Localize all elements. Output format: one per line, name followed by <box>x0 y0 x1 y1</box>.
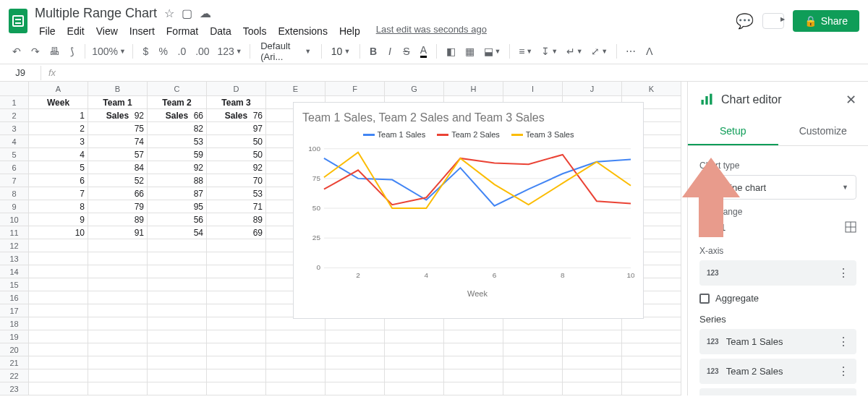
cell[interactable] <box>266 330 326 343</box>
cell[interactable] <box>326 369 385 382</box>
cell[interactable] <box>622 356 681 369</box>
cell[interactable]: 53 <box>207 187 266 200</box>
italic-button[interactable]: I <box>383 43 396 60</box>
cell[interactable]: 89 <box>88 213 148 226</box>
zoom-select[interactable]: 100%▼ <box>90 43 127 60</box>
cell[interactable]: 70 <box>207 174 266 187</box>
data-range-value[interactable]: A1:D1 <box>699 222 726 233</box>
row-header[interactable]: 8 <box>0 187 29 200</box>
fill-color-button[interactable]: ◧ <box>443 43 459 60</box>
cell[interactable] <box>207 278 266 291</box>
cell[interactable]: 95 <box>148 200 207 213</box>
row-header[interactable]: 5 <box>0 148 29 161</box>
cell[interactable] <box>29 291 88 304</box>
cell[interactable] <box>148 265 207 278</box>
cell[interactable]: 56 <box>148 213 207 226</box>
font-select[interactable]: Default (Ari...▼ <box>256 38 315 65</box>
cell[interactable] <box>444 382 503 395</box>
collapse-toolbar-button[interactable]: ᐱ <box>642 43 657 60</box>
cell[interactable] <box>29 265 88 278</box>
cell[interactable]: 53 <box>148 135 207 148</box>
row-header[interactable]: 16 <box>0 291 29 304</box>
column-header[interactable]: C <box>148 82 207 96</box>
row-header[interactable]: 15 <box>0 278 29 291</box>
cell[interactable] <box>148 330 207 343</box>
merge-button[interactable]: ⬓▼ <box>481 43 503 60</box>
close-icon[interactable]: ✕ <box>846 92 856 108</box>
cell[interactable] <box>148 356 207 369</box>
cell[interactable] <box>148 369 207 382</box>
comments-icon[interactable]: 💬 <box>736 12 754 30</box>
cell[interactable] <box>88 239 148 252</box>
cell[interactable] <box>148 304 207 317</box>
cell[interactable] <box>29 369 88 382</box>
cell[interactable]: 59 <box>148 148 207 161</box>
undo-button[interactable]: ↶ <box>9 43 25 60</box>
halign-button[interactable]: ≡▼ <box>516 43 535 60</box>
menu-file[interactable]: File <box>35 24 60 38</box>
cell[interactable]: 92 <box>207 161 266 174</box>
cell[interactable] <box>622 369 681 382</box>
series-pill[interactable]: 123Team 2 Sales⋮ <box>699 359 856 384</box>
number-format-select[interactable]: 123▼ <box>216 43 244 60</box>
cell[interactable] <box>88 330 148 343</box>
cell[interactable] <box>29 356 88 369</box>
cell[interactable]: 3 <box>29 135 88 148</box>
cell[interactable]: 9 <box>29 213 88 226</box>
cell[interactable]: 71 <box>207 200 266 213</box>
cell[interactable]: 75 <box>88 122 148 135</box>
cell[interactable] <box>88 356 148 369</box>
meet-icon[interactable] <box>762 13 784 29</box>
cell[interactable] <box>29 304 88 317</box>
cell[interactable]: 54 <box>148 226 207 239</box>
cell[interactable] <box>385 330 444 343</box>
cell[interactable]: 87 <box>148 187 207 200</box>
cell[interactable]: 52 <box>88 174 148 187</box>
cell[interactable] <box>207 265 266 278</box>
cell[interactable] <box>148 239 207 252</box>
series-pill[interactable]: 123Team 1 Sales⋮ <box>699 329 856 354</box>
cell[interactable] <box>622 317 681 330</box>
cell[interactable] <box>207 291 266 304</box>
row-header[interactable]: 2 <box>0 109 29 122</box>
column-header[interactable]: J <box>563 82 622 96</box>
row-header[interactable]: 7 <box>0 174 29 187</box>
sheets-app-icon[interactable] <box>9 9 27 33</box>
row-header[interactable]: 1 <box>0 96 29 109</box>
row-header[interactable]: 23 <box>0 382 29 395</box>
font-size-select[interactable]: 10▼ <box>328 43 354 60</box>
cell[interactable]: 57 <box>88 148 148 161</box>
cell[interactable] <box>503 317 563 330</box>
cell[interactable]: 10 <box>29 226 88 239</box>
cell[interactable] <box>444 330 503 343</box>
row-header[interactable]: 18 <box>0 317 29 330</box>
cell[interactable] <box>88 317 148 330</box>
cell[interactable] <box>266 369 326 382</box>
redo-button[interactable]: ↷ <box>27 43 43 60</box>
cell[interactable] <box>148 278 207 291</box>
select-range-icon[interactable] <box>845 221 856 233</box>
cell[interactable] <box>326 317 385 330</box>
cell[interactable]: 66 <box>148 109 207 122</box>
cell[interactable] <box>503 330 563 343</box>
cell[interactable] <box>29 278 88 291</box>
cell[interactable] <box>207 252 266 265</box>
cell[interactable] <box>326 356 385 369</box>
cell[interactable]: Team 2 Sales <box>148 96 207 109</box>
cell[interactable] <box>207 382 266 395</box>
move-icon[interactable]: ▢ <box>182 7 192 20</box>
menu-edit[interactable]: Edit <box>63 24 89 38</box>
row-header[interactable]: 22 <box>0 369 29 382</box>
cell[interactable] <box>563 330 622 343</box>
menu-format[interactable]: Format <box>162 24 203 38</box>
cell[interactable]: Team 1 Sales <box>88 96 148 109</box>
cell[interactable]: 7 <box>29 187 88 200</box>
row-header[interactable]: 17 <box>0 304 29 317</box>
cell[interactable] <box>207 304 266 317</box>
cell[interactable] <box>503 343 563 356</box>
menu-insert[interactable]: Insert <box>125 24 159 38</box>
percent-button[interactable]: % <box>156 43 171 60</box>
row-header[interactable]: 4 <box>0 135 29 148</box>
cell[interactable] <box>385 369 444 382</box>
cell[interactable] <box>29 382 88 395</box>
